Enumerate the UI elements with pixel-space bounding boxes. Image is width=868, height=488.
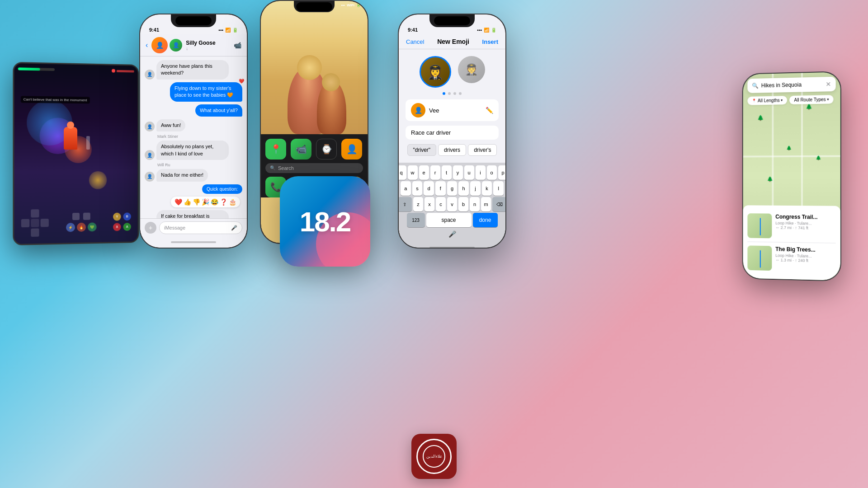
dpad-right[interactable] <box>41 219 49 227</box>
reaction-thumbsdown[interactable]: 👎 <box>193 198 200 206</box>
user-avatar: 👤 <box>411 103 425 117</box>
key-m[interactable]: m <box>481 197 491 211</box>
delete-key[interactable]: ⌫ <box>492 197 505 211</box>
key-o[interactable]: o <box>487 165 497 180</box>
shift-key[interactable]: ⇧ <box>399 197 412 211</box>
key-p[interactable]: p <box>498 165 506 180</box>
reaction-party[interactable]: 🎉 <box>202 198 209 206</box>
key-x[interactable]: x <box>425 197 434 211</box>
key-g[interactable]: g <box>447 181 458 196</box>
reaction-cake[interactable]: 🎂 <box>229 198 236 206</box>
message-wrap: Flying down to my sister's place to see … <box>170 82 242 102</box>
ability-icon-1[interactable]: ⚡ <box>66 223 75 232</box>
key-f[interactable]: f <box>435 181 446 196</box>
reaction-thumbsup[interactable]: 👍 <box>184 198 191 206</box>
key-v[interactable]: v <box>447 197 457 211</box>
dot-1 <box>443 92 445 95</box>
a-button[interactable]: A <box>123 222 131 230</box>
home-bar <box>429 247 475 248</box>
sender-avatar: 👤 <box>145 172 155 182</box>
key-b[interactable]: b <box>458 197 468 211</box>
imessage-input-bar: + iMessage 🎤 <box>140 218 247 237</box>
edit-icon[interactable]: ✏️ <box>486 107 493 114</box>
key-k[interactable]: k <box>482 181 492 196</box>
filter-label: All Lengths <box>758 98 780 103</box>
emoji-user-row: 👤 Vee ✏️ <box>406 99 499 121</box>
maps-search-bar[interactable]: 🔍 Hikes in Sequoia ✕ <box>747 77 835 93</box>
home-indicator <box>140 237 247 248</box>
wifi-icon: 📶 <box>225 28 231 33</box>
video-call-icon[interactable]: 📹 <box>234 42 241 49</box>
emoji-selected[interactable]: 👩‍✈️ <box>420 56 451 88</box>
contact-avatars: 👤 👤 <box>151 37 182 53</box>
trail-line <box>760 218 760 235</box>
select-btn[interactable] <box>72 213 80 220</box>
search-bar[interactable]: 🔍 Search <box>265 163 363 173</box>
key-z[interactable]: z <box>413 197 423 211</box>
watch-icon[interactable]: ⌚ <box>316 139 337 160</box>
key-r[interactable]: r <box>430 165 440 180</box>
key-t[interactable]: t <box>442 165 452 180</box>
key-c[interactable]: c <box>436 197 446 211</box>
space-key[interactable]: space <box>426 213 472 227</box>
key-j[interactable]: j <box>470 181 481 196</box>
numbers-key[interactable]: 123 <box>407 213 425 227</box>
findmy-icon[interactable]: 📍 <box>265 139 286 160</box>
insert-button[interactable]: Insert <box>482 38 498 45</box>
emoji-text-input[interactable]: Race car driver <box>406 126 499 140</box>
key-w[interactable]: w <box>408 165 418 180</box>
message-bubble: Aww fun! <box>156 119 185 131</box>
start-btn[interactable] <box>83 213 90 220</box>
key-e[interactable]: e <box>419 165 429 180</box>
dpad-left[interactable] <box>21 219 29 228</box>
ability-icon-2[interactable]: 🔥 <box>77 223 86 232</box>
quick-question-button[interactable]: Quick question: <box>202 184 242 194</box>
key-i[interactable]: i <box>476 165 486 180</box>
suggestion-3[interactable]: driver's <box>468 144 497 156</box>
message-input[interactable]: iMessage 🎤 <box>159 221 242 234</box>
reaction-laugh[interactable]: 😂 <box>211 198 218 206</box>
filter-route-type[interactable]: All Route Types ▾ <box>789 95 833 104</box>
close-button[interactable]: ✕ <box>826 80 831 88</box>
suggestion-2[interactable]: drivers <box>438 144 466 156</box>
cancel-button[interactable]: Cancel <box>406 38 424 45</box>
reaction-heart[interactable]: ❤️ <box>175 198 182 206</box>
key-u[interactable]: u <box>464 165 474 180</box>
chevron-icon: ▾ <box>781 98 783 102</box>
contacts-icon[interactable]: 👤 <box>341 139 362 160</box>
trail-item-1[interactable]: Congress Trail... Loop Hike · Tulare... … <box>747 210 835 243</box>
suggestion-1[interactable]: "driver" <box>407 144 437 156</box>
attachment-button[interactable]: + <box>145 222 156 234</box>
photo-notch <box>294 1 335 12</box>
b-button[interactable]: B <box>123 212 131 221</box>
emoji-alternate[interactable]: 🧑‍✈️ <box>458 56 485 83</box>
key-q[interactable]: q <box>399 165 406 180</box>
x-button[interactable]: X <box>113 223 121 231</box>
ability-icon-3[interactable]: 💚 <box>87 222 96 231</box>
key-y[interactable]: y <box>453 165 463 180</box>
key-h[interactable]: h <box>458 181 469 196</box>
dpad[interactable] <box>21 209 49 237</box>
ios-logo: 18.2 <box>280 176 370 267</box>
dpad-down[interactable] <box>31 228 39 237</box>
dpad-center <box>31 219 39 227</box>
gaming-tooltip: Can't believe that was in the monument <box>20 96 90 103</box>
phone-notch <box>171 14 216 27</box>
back-button[interactable]: ‹ <box>146 41 148 49</box>
key-s[interactable]: s <box>412 181 423 196</box>
key-a[interactable]: a <box>401 181 411 196</box>
filter-length[interactable]: 📍 All Lengths ▾ <box>747 96 787 105</box>
trail-item-2[interactable]: The Big Trees... Loop Hike · Tulare... ↔… <box>747 242 835 276</box>
dpad-up[interactable] <box>31 209 39 217</box>
key-l[interactable]: l <box>493 181 504 196</box>
key-n[interactable]: n <box>470 197 480 211</box>
facetime-icon[interactable]: 📹 <box>291 139 311 160</box>
gaming-controls: ⚡ 🔥 💚 Y B X A <box>14 208 137 237</box>
y-button[interactable]: Y <box>113 212 121 221</box>
microphone-icon: 🎤 <box>448 230 456 238</box>
keyboard-row-4: 123 space done <box>401 213 504 227</box>
maps-phone: 🌲 🌲 🌲 🌲 🌲 🔍 Hikes in Sequoia ✕ 📍 All Len… <box>742 71 841 282</box>
done-key[interactable]: done <box>473 213 498 227</box>
reaction-question[interactable]: ❓ <box>220 198 227 206</box>
key-d[interactable]: d <box>424 181 434 196</box>
